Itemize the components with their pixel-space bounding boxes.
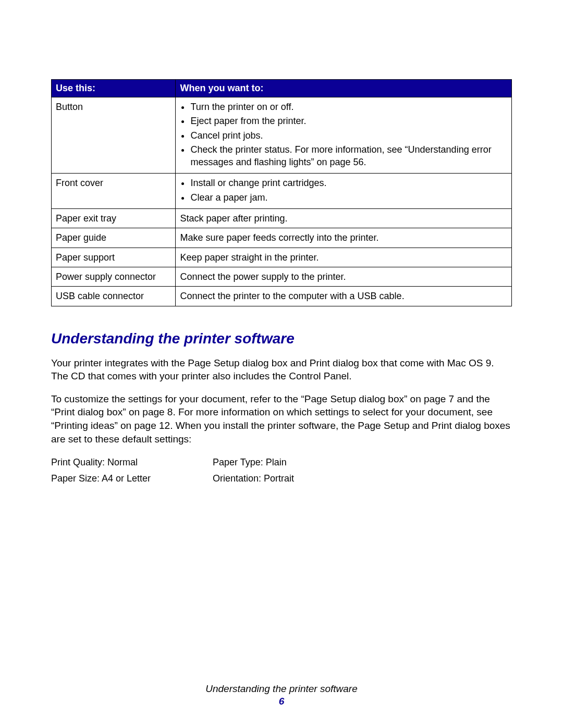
cell-part-desc: Keep paper straight in the printer. <box>176 248 512 267</box>
cell-part-name: Button <box>52 97 176 174</box>
list-item: Turn the printer on or off. <box>190 101 507 113</box>
table-row: Paper support Keep paper straight in the… <box>52 248 512 267</box>
list-item: Install or change print cartridges. <box>190 177 507 189</box>
cell-part-name: Power supply connector <box>52 267 176 286</box>
th-use-this: Use this: <box>52 80 176 97</box>
list-item: Clear a paper jam. <box>190 191 507 204</box>
body-paragraph: Your printer integrates with the Page Se… <box>51 356 512 383</box>
table-row: Button Turn the printer on or off. Eject… <box>52 97 512 174</box>
cell-part-name: Paper exit tray <box>52 209 176 228</box>
table-row: USB cable connector Connect the printer … <box>52 287 512 306</box>
table-row: Paper guide Make sure paper feeds correc… <box>52 228 512 248</box>
default-orientation: Orientation: Portrait <box>213 473 294 484</box>
footer-title: Understanding the printer software <box>205 683 358 694</box>
default-settings: Print Quality: Normal Paper Size: A4 or … <box>51 457 512 489</box>
page-footer: Understanding the printer software 6 <box>0 683 563 707</box>
list-item: Check the printer status. For more infor… <box>190 143 507 169</box>
default-paper-size: Paper Size: A4 or Letter <box>51 473 213 484</box>
default-paper-type: Paper Type: Plain <box>213 457 294 468</box>
default-print-quality: Print Quality: Normal <box>51 457 213 468</box>
cell-part-desc: Turn the printer on or off. Eject paper … <box>176 97 512 174</box>
section-heading: Understanding the printer software <box>51 330 512 347</box>
cell-part-desc: Connect the power supply to the printer. <box>176 267 512 286</box>
cell-part-name: Paper guide <box>52 228 176 248</box>
page-content: Use this: When you want to: Button Turn … <box>0 0 563 489</box>
cell-part-desc: Make sure paper feeds correctly into the… <box>176 228 512 248</box>
cell-part-name: USB cable connector <box>52 287 176 306</box>
table-row: Front cover Install or change print cart… <box>52 174 512 209</box>
cell-part-name: Front cover <box>52 174 176 209</box>
page-number: 6 <box>0 696 563 707</box>
th-when-you-want: When you want to: <box>176 80 512 97</box>
table-row: Paper exit tray Stack paper after printi… <box>52 209 512 228</box>
cell-part-desc: Connect the printer to the computer with… <box>176 287 512 306</box>
body-paragraph: To customize the settings for your docum… <box>51 392 512 446</box>
table-row: Power supply connector Connect the power… <box>52 267 512 286</box>
list-item: Eject paper from the printer. <box>190 115 507 127</box>
table-header-row: Use this: When you want to: <box>52 80 512 97</box>
cell-part-name: Paper support <box>52 248 176 267</box>
list-item: Cancel print jobs. <box>190 129 507 142</box>
cell-part-desc: Install or change print cartridges. Clea… <box>176 174 512 209</box>
cell-part-desc: Stack paper after printing. <box>176 209 512 228</box>
parts-table: Use this: When you want to: Button Turn … <box>51 79 512 306</box>
